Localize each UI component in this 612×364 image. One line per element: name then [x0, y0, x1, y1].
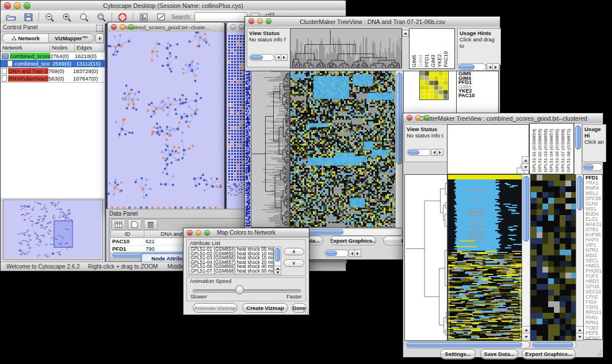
scroll-up-button[interactable] [402, 30, 409, 37]
usage-hints-scrollbar[interactable] [457, 63, 486, 71]
scroll-down-button[interactable] [576, 333, 584, 341]
save-icon[interactable] [21, 12, 35, 23]
heatmap-vscroll[interactable] [522, 174, 530, 327]
birdseye-view[interactable] [3, 200, 103, 260]
delete-attribute-icon[interactable] [144, 219, 158, 230]
close-button[interactable] [407, 115, 412, 121]
view-status-scrollbar[interactable] [407, 149, 431, 156]
scroll-down-button[interactable] [522, 333, 530, 341]
zoom-in-icon[interactable] [60, 12, 74, 23]
column-label[interactable]: GPL51-02 (GSM855) [537, 129, 543, 173]
column-label[interactable]: GPL51-08 (GSM872) [566, 129, 572, 173]
zoom-out-icon[interactable] [43, 12, 56, 23]
birdseye-canvas[interactable] [3, 200, 101, 258]
tab-vizmapper[interactable]: VizMapper™ [49, 34, 94, 43]
zoom-selected-icon[interactable] [77, 12, 91, 23]
column-label[interactable]: GPL51-03 (GSM856) [543, 129, 549, 173]
zoom-button[interactable] [128, 24, 134, 30]
view-status-scrollbar[interactable] [249, 54, 274, 61]
network-table-header[interactable]: Network Nodes Edges [1, 44, 105, 52]
close-button[interactable] [248, 18, 254, 24]
export-graphics-button[interactable]: Export Graphics... [330, 236, 376, 246]
attribute-select-icon[interactable] [112, 219, 125, 230]
close-button[interactable] [111, 24, 117, 30]
heatmap[interactable] [447, 174, 522, 341]
zoom-button[interactable] [424, 115, 430, 121]
scroll-right-button[interactable] [281, 54, 288, 61]
minimize-button[interactable] [415, 115, 421, 121]
network-table-row[interactable]: combined_sco 2569(6) 13112(15) [1, 60, 105, 67]
heatmap[interactable] [290, 71, 396, 228]
column-label[interactable]: GPL51-01 (GSM854) [531, 129, 537, 173]
close-button[interactable] [230, 24, 236, 30]
minimize-button[interactable] [196, 230, 201, 236]
treeview-dna-titlebar[interactable]: ClusterMaker TreeView : DNA and Tran 07-… [245, 17, 500, 27]
main-titlebar[interactable]: Cytoscape Desktop (Session Name: collins… [1, 1, 346, 11]
network-table-row[interactable]: DNA and Tran 07 769(0) 183728(0) [1, 67, 105, 75]
scroll-down-button[interactable] [522, 163, 529, 171]
network-view-titlebar[interactable]: combined_scores_good.txt--cluste... [108, 22, 224, 32]
move-up-button[interactable]: ∧ [284, 248, 304, 255]
zoom-button[interactable] [266, 18, 271, 24]
export-graphics-button[interactable]: Export Graphics... [522, 349, 576, 359]
settings-button[interactable]: Settings... [440, 349, 476, 359]
scroll-right-button[interactable] [437, 149, 443, 156]
open-file-icon[interactable] [4, 12, 18, 23]
column-label[interactable]: GIM5 [411, 55, 418, 67]
column-label[interactable]: YKE2 [437, 54, 443, 67]
network-canvas[interactable] [108, 32, 223, 212]
row-dendrogram[interactable] [251, 71, 290, 228]
close-button[interactable] [4, 2, 11, 9]
map-dialog-titlebar[interactable]: Map Colors to Network [183, 228, 309, 237]
resize-grip[interactable] [303, 308, 308, 314]
animate-vizmap-button[interactable]: Animate Vizmap [193, 303, 238, 313]
scroll-down-button[interactable] [274, 270, 281, 275]
column-label[interactable]: GIM3 [430, 55, 437, 67]
float-panel-icon[interactable] [96, 25, 103, 32]
network-table-row[interactable]: RNAPuberNov2+I 563(0) 107847(0) [1, 75, 105, 82]
tabs-overflow-button[interactable] [95, 33, 104, 43]
resize-grip[interactable] [596, 351, 602, 357]
column-label[interactable]: PAC10 [443, 51, 449, 67]
minimize-button[interactable] [239, 24, 244, 30]
column-dendrogram[interactable] [290, 28, 402, 68]
zoom-button[interactable] [24, 2, 30, 9]
minimize-button[interactable] [120, 24, 125, 30]
tab-network[interactable]: Network [3, 34, 49, 43]
gene-label[interactable]: MON2 [586, 336, 602, 340]
usage-hints-scrollbar[interactable] [582, 163, 603, 171]
scroll-right-button[interactable] [354, 250, 361, 257]
zoom-fit-icon[interactable] [94, 12, 108, 23]
zoom-heatmap[interactable] [530, 174, 576, 341]
minimize-button[interactable] [14, 2, 21, 9]
speed-slider-thumb[interactable] [235, 285, 244, 294]
similarity-matrix[interactable] [419, 71, 449, 100]
zoom-vscroll[interactable] [576, 174, 584, 327]
minimize-button[interactable] [257, 18, 263, 24]
column-label[interactable]: PFD1 [424, 54, 430, 67]
attribute-list-item[interactable]: GPL51-07 (GSM868) heat shock 60 min [189, 269, 273, 274]
column-label[interactable]: GPL51-06 (GSM865) [554, 129, 560, 173]
save-data-button[interactable]: Save Data... [480, 349, 518, 359]
network-table-row[interactable]: combined_scores 2764(0) 16218(0) [1, 52, 105, 60]
annotation-icon[interactable] [154, 12, 168, 23]
close-button[interactable] [187, 230, 193, 236]
new-attribute-icon[interactable] [128, 219, 141, 230]
help-lifering-icon[interactable] [116, 12, 129, 23]
attribute-list-vscroll[interactable] [274, 247, 281, 267]
bottom-scrollbar[interactable] [324, 250, 349, 257]
treeview-combined-titlebar[interactable]: ClusterMaker TreeView : combined_scores_… [403, 113, 603, 124]
column-label[interactable]: GPL51-07 (GSM868) [560, 129, 566, 173]
search-input[interactable] [194, 12, 247, 22]
zoom-hscroll[interactable] [530, 341, 576, 348]
column-label[interactable]: GPL51-04 (GSM857) [549, 129, 554, 173]
row-label[interactable]: PAC10 [458, 94, 498, 98]
column-dendrogram[interactable] [447, 124, 529, 174]
speed-slider-track[interactable] [193, 289, 301, 293]
heatmap-vscroll[interactable] [395, 71, 403, 228]
heatmap-hscroll[interactable] [404, 341, 530, 348]
column-labels-vscroll[interactable] [574, 123, 582, 175]
move-down-button[interactable]: ∨ [284, 259, 304, 267]
create-vizmap-button[interactable]: Create Vizmap [242, 303, 288, 313]
row-dendrogram[interactable] [404, 174, 447, 341]
